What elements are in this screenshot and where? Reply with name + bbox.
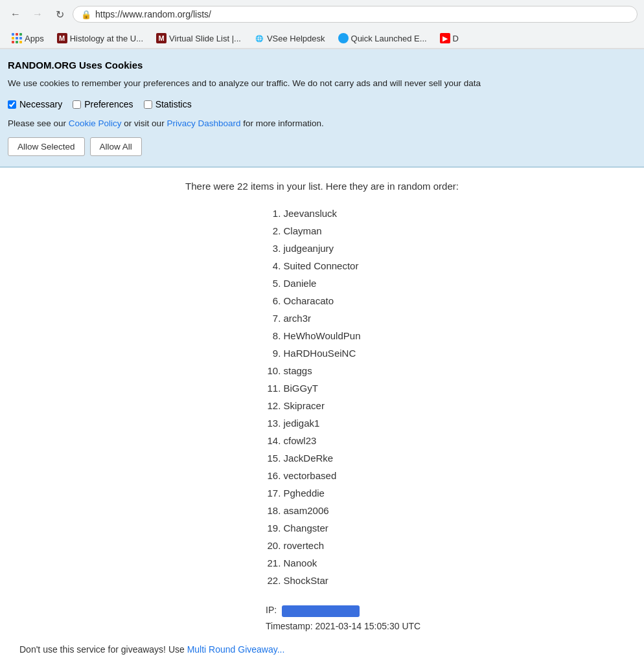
histology-favicon: M <box>57 33 67 43</box>
list-item: Skipracer <box>284 397 361 414</box>
result-list: JeevansluckClaymanjudgeanjurySuited Conn… <box>284 205 361 589</box>
list-item: asam2006 <box>284 502 361 519</box>
necessary-checkbox[interactable] <box>8 100 16 109</box>
list-item: HaRDHouSeiNC <box>284 344 361 362</box>
youtube-label: D <box>453 34 459 43</box>
browser-chrome: ← → ↻ 🔒 https://www.random.org/lists/ Ap… <box>0 0 644 49</box>
histology-label: Histology at the U... <box>70 34 143 43</box>
list-item: Jeevansluck <box>284 205 361 222</box>
list-item: Nanook <box>284 554 361 572</box>
cookie-banner: RANDOM.ORG Uses Cookies We use cookies t… <box>0 49 644 168</box>
virtual-slide-label: Virtual Slide List |... <box>169 34 241 43</box>
list-item: JackDeRke <box>284 449 361 467</box>
privacy-dashboard-link[interactable]: Privacy Dashboard <box>167 118 240 128</box>
list-item: Daniele <box>284 275 361 292</box>
quick-launched-favicon <box>338 33 349 43</box>
ip-label: IP: <box>266 605 277 615</box>
timestamp-section: Timestamp: 2021-03-14 15:05:30 UTC <box>13 621 631 631</box>
list-item: vectorbased <box>284 467 361 484</box>
bookmark-vsee[interactable]: 🌐 VSee Helpdesk <box>249 31 330 45</box>
list-item: Ocharacato <box>284 292 361 309</box>
statistics-checkbox[interactable] <box>144 100 152 109</box>
list-item: Suited Connector <box>284 257 361 275</box>
info-text-middle: or visit our <box>122 118 167 128</box>
list-item: rovertech <box>284 537 361 554</box>
preferences-checkbox-label[interactable]: Preferences <box>73 99 133 109</box>
result-heading: There were 22 items in your list. Here t… <box>13 181 631 192</box>
list-item: cfowl23 <box>284 432 361 449</box>
lock-icon: 🔒 <box>81 10 91 19</box>
back-button[interactable]: ← <box>6 5 25 23</box>
cookie-checkboxes: Necessary Preferences Statistics <box>8 99 636 109</box>
statistics-label: Statistics <box>155 99 192 109</box>
cookie-title: RANDOM.ORG Uses Cookies <box>8 60 636 71</box>
list-item: Pgheddie <box>284 484 361 502</box>
timestamp-value: 2021-03-14 15:05:30 UTC <box>316 621 421 631</box>
info-text-before: Please see our <box>8 118 69 128</box>
ip-redacted <box>282 605 360 617</box>
list-item: Clayman <box>284 222 361 240</box>
list-item: Changster <box>284 519 361 537</box>
virtual-slide-favicon: M <box>156 33 167 43</box>
cookie-info: Please see our Cookie Policy or visit ou… <box>8 118 636 128</box>
footer-partial: Don't use this service for giveaways! Us… <box>19 644 187 655</box>
allow-selected-button[interactable]: Allow Selected <box>8 137 85 156</box>
main-content: There were 22 items in your list. Here t… <box>0 168 644 663</box>
list-item: staggs <box>284 362 361 379</box>
necessary-label: Necessary <box>19 99 62 109</box>
list-item: BiGGyT <box>284 379 361 397</box>
bookmark-quick-launched[interactable]: Quick Launched E... <box>333 31 432 45</box>
multi-round-giveaway-link[interactable]: Multi Round Giveaway... <box>187 644 285 655</box>
statistics-checkbox-label[interactable]: Statistics <box>144 99 192 109</box>
necessary-checkbox-label[interactable]: Necessary <box>8 99 62 109</box>
bookmark-youtube[interactable]: ▶ D <box>435 31 464 45</box>
bookmarks-bar: Apps M Histology at the U... M Virtual S… <box>0 28 644 49</box>
vsee-label: VSee Helpdesk <box>267 34 325 43</box>
reload-button[interactable]: ↻ <box>51 5 69 23</box>
bookmark-virtual-slide[interactable]: M Virtual Slide List |... <box>151 31 246 45</box>
timestamp-label: Timestamp: <box>266 621 313 631</box>
nav-bar: ← → ↻ 🔒 https://www.random.org/lists/ <box>0 0 644 28</box>
preferences-label: Preferences <box>84 99 133 109</box>
ip-section: IP: <box>13 605 631 616</box>
footer-note: Don't use this service for giveaways! Us… <box>13 644 631 655</box>
list-item: judgeanjury <box>284 240 361 257</box>
youtube-favicon: ▶ <box>440 33 450 43</box>
list-item: jedigak1 <box>284 414 361 432</box>
cookie-buttons: Allow Selected Allow All <box>8 137 636 156</box>
cookie-policy-link[interactable]: Cookie Policy <box>69 118 122 128</box>
url-text: https://www.random.org/lists/ <box>95 9 211 19</box>
info-text-after: for more information. <box>240 118 323 128</box>
apps-grid-icon <box>12 33 22 43</box>
list-item: HeWhoWouldPun <box>284 327 361 344</box>
vsee-favicon: 🌐 <box>254 33 264 43</box>
list-item: ShockStar <box>284 572 361 589</box>
cookie-body: We use cookies to remember your preferen… <box>8 77 636 90</box>
quick-launched-label: Quick Launched E... <box>351 34 427 43</box>
preferences-checkbox[interactable] <box>73 100 81 109</box>
bookmark-histology[interactable]: M Histology at the U... <box>52 31 148 45</box>
apps-label: Apps <box>25 34 44 43</box>
allow-all-button[interactable]: Allow All <box>90 137 142 156</box>
forward-button[interactable]: → <box>29 5 47 23</box>
list-item: arch3r <box>284 309 361 327</box>
bookmark-apps[interactable]: Apps <box>6 31 49 45</box>
address-bar[interactable]: 🔒 https://www.random.org/lists/ <box>73 6 638 23</box>
